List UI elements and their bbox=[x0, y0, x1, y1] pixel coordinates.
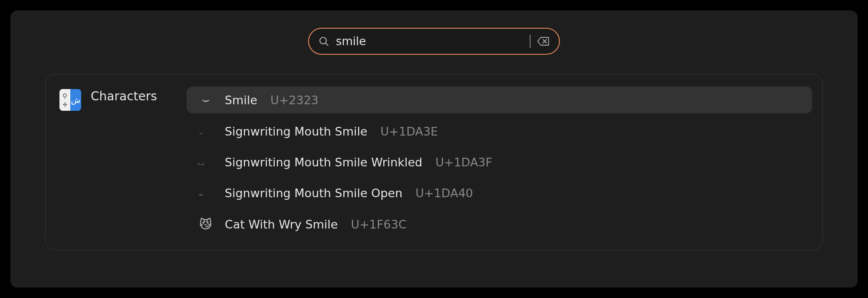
result-glyph: ⌣ bbox=[197, 93, 214, 107]
result-row[interactable]: ⌣SmileU+2323 bbox=[187, 86, 812, 113]
result-code: U+1DA3F bbox=[435, 156, 492, 169]
result-glyph: 𝩀 bbox=[197, 188, 214, 199]
result-glyph: 😼 bbox=[197, 217, 214, 232]
result-row[interactable]: 😼Cat With Wry SmileU+1F63C bbox=[187, 211, 812, 238]
result-code: U+2323 bbox=[270, 93, 319, 107]
category-label: Characters bbox=[91, 89, 157, 103]
result-code: U+1F63C bbox=[351, 218, 406, 231]
search-input[interactable]: smile bbox=[336, 35, 530, 48]
characters-app-icon: Ǫ ✣ ش bbox=[59, 89, 81, 111]
result-name: Signwriting Mouth Smile Wrinkled bbox=[225, 156, 422, 169]
backspace-icon[interactable] bbox=[537, 36, 549, 46]
svg-line-1 bbox=[326, 43, 328, 45]
search-input-wrap[interactable]: smile bbox=[336, 35, 530, 48]
result-glyph: 𝨿 bbox=[197, 157, 214, 168]
result-name: Smile bbox=[225, 93, 257, 107]
result-row[interactable]: 𝨾Signwriting Mouth SmileU+1DA3E bbox=[187, 119, 812, 144]
text-cursor bbox=[530, 35, 530, 48]
result-name: Cat With Wry Smile bbox=[225, 218, 338, 231]
result-name: Signwriting Mouth Smile bbox=[225, 125, 368, 138]
activities-overview-window: smile Ǫ ✣ ش Characters ⌣SmileU+2323𝨾S bbox=[10, 10, 858, 288]
result-row[interactable]: 𝨿Signwriting Mouth Smile WrinkledU+1DA3F bbox=[187, 149, 812, 175]
results-panel: Ǫ ✣ ش Characters ⌣SmileU+2323𝨾Signwritin… bbox=[45, 74, 823, 250]
result-row[interactable]: 𝩀Signwriting Mouth Smile OpenU+1DA40 bbox=[187, 180, 812, 206]
search-icon bbox=[319, 36, 329, 46]
result-name: Signwriting Mouth Smile Open bbox=[225, 186, 402, 200]
search-box[interactable]: smile bbox=[308, 28, 560, 55]
category-characters[interactable]: Ǫ ✣ ش Characters bbox=[59, 86, 157, 238]
result-code: U+1DA3E bbox=[381, 125, 438, 138]
results-list: ⌣SmileU+2323𝨾Signwriting Mouth SmileU+1D… bbox=[187, 86, 812, 238]
search-container: smile bbox=[10, 28, 858, 55]
result-glyph: 𝨾 bbox=[197, 126, 214, 137]
result-code: U+1DA40 bbox=[415, 186, 473, 200]
